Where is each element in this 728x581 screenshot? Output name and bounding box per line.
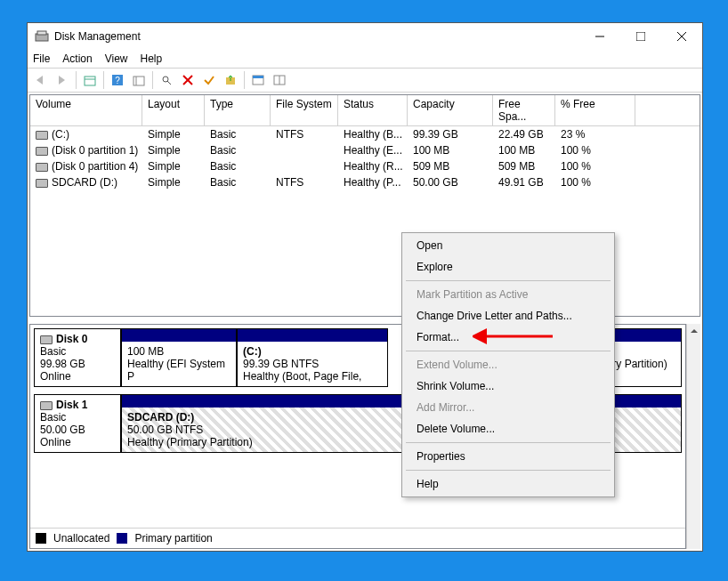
menu-file[interactable]: File: [33, 52, 50, 65]
menubar: File Action View Help: [28, 50, 702, 68]
svg-rect-1: [37, 31, 46, 35]
app-icon: [35, 29, 49, 44]
menu-action[interactable]: Action: [62, 52, 92, 65]
col-status[interactable]: Status: [338, 95, 408, 125]
svg-rect-10: [133, 77, 144, 85]
menu-help[interactable]: Help: [404, 473, 612, 495]
svg-rect-18: [253, 76, 263, 78]
toolbar-icon[interactable]: [157, 70, 176, 90]
table-row[interactable]: (Disk 0 partition 1)SimpleBasicHealthy (…: [30, 142, 700, 158]
titlebar: Disk Management: [28, 23, 702, 50]
col-volume[interactable]: Volume: [30, 95, 142, 125]
toolbar-check-icon[interactable]: [199, 70, 219, 90]
toolbar-icon[interactable]: [129, 70, 149, 90]
legend: Unallocated Primary partition: [30, 528, 685, 548]
menu-view[interactable]: View: [105, 52, 128, 65]
table-row[interactable]: SDCARD (D:)SimpleBasicNTFSHealthy (P...5…: [30, 174, 700, 190]
col-free[interactable]: Free Spa...: [493, 95, 555, 125]
disk-info[interactable]: Disk 0Basic99.98 GBOnline: [34, 328, 121, 387]
menu-help[interactable]: Help: [141, 52, 163, 65]
toolbar-icon[interactable]: [80, 70, 100, 90]
context-menu: Open Explore Mark Partition as Active Ch…: [401, 232, 615, 497]
back-button[interactable]: [31, 70, 51, 90]
toolbar-icon[interactable]: [248, 70, 268, 90]
col-layout[interactable]: Layout: [142, 95, 205, 125]
annotation-arrow: [473, 326, 562, 347]
menu-change-letter[interactable]: Change Drive Letter and Paths...: [404, 305, 612, 327]
col-capacity[interactable]: Capacity: [408, 95, 493, 125]
legend-primary: Primary partition: [134, 532, 212, 545]
table-row[interactable]: (C:)SimpleBasicNTFSHealthy (B...99.39 GB…: [30, 126, 700, 142]
menu-properties[interactable]: Properties: [404, 446, 612, 467]
maximize-button[interactable]: [620, 23, 661, 50]
close-button[interactable]: [661, 23, 702, 50]
table-row[interactable]: (Disk 0 partition 4)SimpleBasicHealthy (…: [30, 158, 700, 174]
svg-rect-6: [85, 77, 95, 85]
partition[interactable]: 100 MBHealthy (EFI System P: [121, 328, 237, 387]
toolbar-icon[interactable]: [221, 70, 240, 90]
col-type[interactable]: Type: [205, 95, 271, 125]
menu-extend: Extend Volume...: [404, 354, 612, 375]
partition[interactable]: (C:)99.39 GB NTFSHealthy (Boot, Page Fil…: [237, 328, 388, 387]
legend-unallocated: Unallocated: [53, 532, 109, 545]
help-icon[interactable]: ?: [108, 70, 127, 90]
menu-mark-active: Mark Partition as Active: [404, 284, 612, 305]
col-filesystem[interactable]: File System: [271, 95, 338, 125]
minimize-button[interactable]: [579, 23, 620, 50]
toolbar: ?: [28, 68, 702, 93]
menu-explore[interactable]: Explore: [404, 256, 612, 278]
forward-button[interactable]: [53, 70, 72, 90]
window-title: Disk Management: [54, 30, 141, 43]
disk-management-window: Disk Management File Action View Help ?: [27, 22, 703, 552]
col-pctfree[interactable]: % Free: [555, 95, 635, 125]
toolbar-icon[interactable]: [270, 70, 289, 90]
scrollbar[interactable]: [686, 324, 700, 549]
svg-text:?: ?: [115, 76, 120, 85]
column-headers: Volume Layout Type File System Status Ca…: [30, 95, 700, 126]
disk-info[interactable]: Disk 1Basic50.00 GBOnline: [34, 394, 121, 453]
svg-line-13: [167, 81, 171, 85]
menu-delete[interactable]: Delete Volume...: [404, 418, 612, 440]
svg-rect-3: [636, 32, 645, 41]
menu-mirror: Add Mirror...: [404, 397, 612, 418]
menu-shrink[interactable]: Shrink Volume...: [404, 375, 612, 397]
toolbar-delete-icon[interactable]: [178, 70, 198, 90]
menu-open[interactable]: Open: [404, 235, 612, 256]
